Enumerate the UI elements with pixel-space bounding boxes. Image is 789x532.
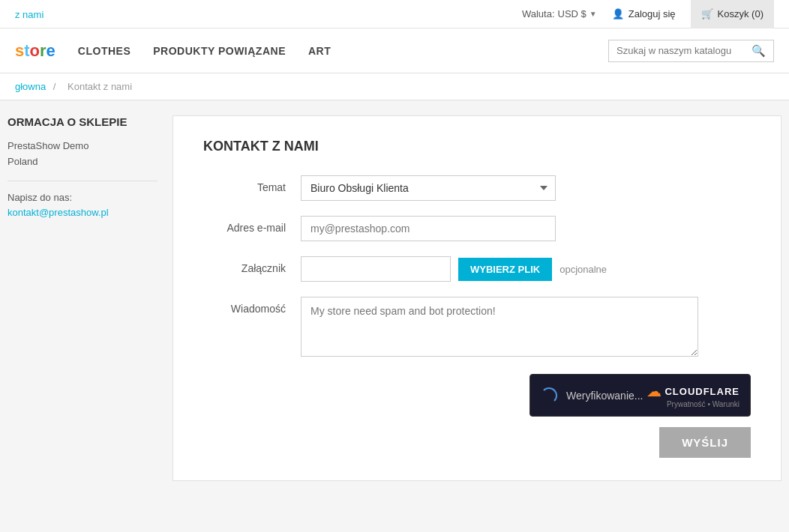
cf-logo: ☁ CLOUDFLARE bbox=[646, 382, 740, 400]
breadcrumb: głowna / Kontakt z nami bbox=[0, 73, 789, 100]
message-row: Wiadomość bbox=[203, 297, 751, 359]
sidebar-email[interactable]: kontakt@prestashow.pl bbox=[8, 207, 109, 218]
nav-link-art[interactable]: ART bbox=[308, 45, 331, 57]
sidebar-write-label: Napisz do nas: bbox=[8, 192, 158, 203]
cloudflare-widget: Weryfikowanie... ☁ CLOUDFLARE Prywatność… bbox=[530, 374, 751, 417]
currency-value: USD $ bbox=[558, 8, 586, 19]
login-label: Zaloguj się bbox=[628, 8, 676, 19]
submit-row: WYŚLIJ bbox=[203, 427, 751, 458]
optional-label: opcjonalne bbox=[560, 264, 607, 275]
form-title: KONTAKT Z NAMI bbox=[203, 139, 751, 154]
top-bar-right: Waluta: USD $ ▼ 👤 Zaloguj się 🛒 Koszyk (… bbox=[522, 0, 774, 28]
message-label: Wiadomość bbox=[203, 297, 301, 315]
top-bar-left: z nami bbox=[15, 8, 44, 20]
cf-spinner-icon bbox=[541, 387, 557, 404]
submit-button[interactable]: WYŚLIJ bbox=[659, 427, 751, 458]
cf-terms-link[interactable]: Warunki bbox=[712, 400, 740, 408]
contact-link[interactable]: z nami bbox=[15, 9, 44, 20]
search-icon[interactable]: 🔍 bbox=[752, 44, 766, 58]
sidebar-divider bbox=[8, 181, 158, 181]
currency-arrow-icon: ▼ bbox=[590, 10, 597, 18]
cart-button[interactable]: 🛒 Koszyk (0) bbox=[691, 0, 774, 28]
main-content: KONTAKT Z NAMI Temat Biuro Obsługi Klien… bbox=[172, 115, 782, 481]
page-layout: ORMACJA O SKLEPIE PrestaShow Demo Poland… bbox=[0, 115, 789, 481]
top-bar: z nami Waluta: USD $ ▼ 👤 Zaloguj się 🛒 K… bbox=[0, 0, 789, 28]
message-control bbox=[301, 297, 751, 359]
email-input[interactable] bbox=[301, 216, 556, 241]
cf-right: ☁ CLOUDFLARE Prywatność • Warunki bbox=[646, 382, 740, 408]
subject-row: Temat Biuro Obsługi Klienta bbox=[203, 175, 751, 201]
subject-select[interactable]: Biuro Obsługi Klienta bbox=[301, 175, 556, 201]
cf-cloud-icon: ☁ bbox=[646, 382, 662, 400]
message-textarea[interactable] bbox=[301, 297, 698, 357]
search-box: 🔍 bbox=[608, 40, 774, 62]
attachment-label: Załącznik bbox=[203, 256, 301, 274]
file-row: WYBIERZ PLIK opcjonalne bbox=[301, 256, 751, 282]
cf-status-text: Weryfikowanie... bbox=[566, 390, 643, 402]
email-control bbox=[301, 216, 751, 241]
cart-icon: 🛒 bbox=[701, 8, 713, 19]
cf-links: Prywatność • Warunki bbox=[646, 400, 740, 408]
breadcrumb-current: Kontakt z nami bbox=[68, 81, 132, 92]
email-label: Adres e-mail bbox=[203, 216, 301, 234]
attachment-control: WYBIERZ PLIK opcjonalne bbox=[301, 256, 751, 282]
breadcrumb-home[interactable]: głowna bbox=[15, 81, 46, 92]
breadcrumb-separator: / bbox=[53, 81, 56, 92]
cf-left: Weryfikowanie... bbox=[541, 387, 643, 404]
attachment-row: Załącznik WYBIERZ PLIK opcjonalne bbox=[203, 256, 751, 282]
sidebar-store-name: PrestaShow Demo Poland bbox=[8, 139, 158, 170]
nav-bar: store CLOTHES PRODUKTY POWIĄZANE ART 🔍 bbox=[0, 28, 789, 73]
sidebar: ORMACJA O SKLEPIE PrestaShow Demo Poland… bbox=[8, 115, 158, 481]
nav-link-produkty[interactable]: PRODUKTY POWIĄZANE bbox=[153, 45, 286, 57]
cf-privacy-link[interactable]: Prywatność bbox=[667, 400, 706, 408]
user-icon: 👤 bbox=[612, 8, 624, 19]
currency-label: Waluta: bbox=[522, 8, 555, 19]
nav-link-clothes[interactable]: CLOTHES bbox=[78, 45, 130, 57]
currency-selector[interactable]: Waluta: USD $ ▼ bbox=[522, 8, 597, 19]
login-button[interactable]: 👤 Zaloguj się bbox=[612, 8, 676, 19]
main-nav: CLOTHES PRODUKTY POWIĄZANE ART bbox=[78, 45, 608, 57]
logo[interactable]: store bbox=[15, 41, 56, 61]
cart-label: Koszyk (0) bbox=[718, 8, 764, 19]
cf-brand-label: CLOUDFLARE bbox=[664, 386, 740, 397]
search-input[interactable] bbox=[616, 45, 752, 56]
subject-control: Biuro Obsługi Klienta bbox=[301, 175, 751, 201]
sidebar-title: ORMACJA O SKLEPIE bbox=[8, 115, 158, 128]
subject-label: Temat bbox=[203, 175, 301, 193]
file-path-input[interactable] bbox=[301, 256, 451, 282]
choose-file-button[interactable]: WYBIERZ PLIK bbox=[458, 258, 552, 281]
email-row: Adres e-mail bbox=[203, 216, 751, 241]
